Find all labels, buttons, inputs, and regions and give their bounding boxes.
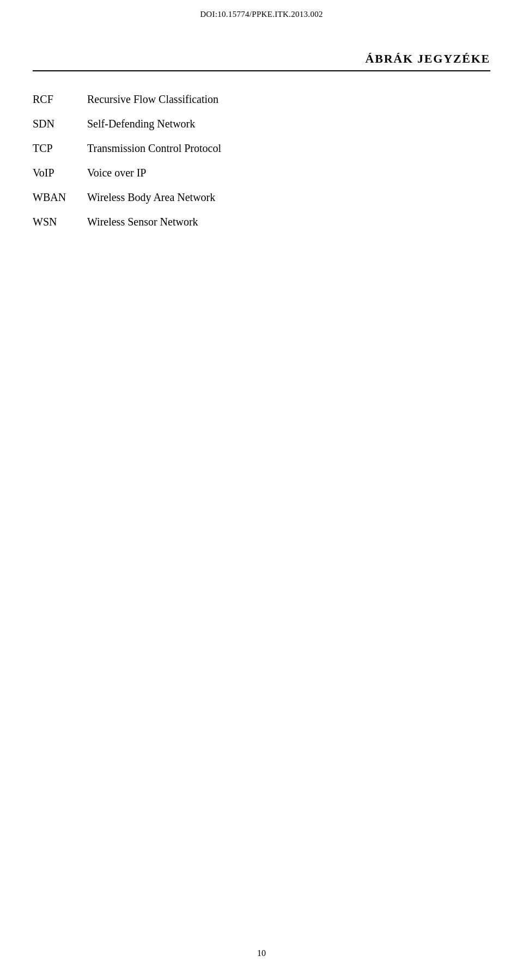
- abbr-definition: Recursive Flow Classification: [87, 93, 218, 106]
- abbr-definition: Wireless Body Area Network: [87, 191, 215, 204]
- abbreviation-row: TCPTransmission Control Protocol: [33, 142, 490, 155]
- section-title: ÁBRÁK JEGYZÉKE: [366, 52, 490, 66]
- abbreviation-row: RCFRecursive Flow Classification: [33, 93, 490, 106]
- abbr-definition: Transmission Control Protocol: [87, 142, 221, 155]
- abbr-code: VoIP: [33, 167, 76, 179]
- abbr-definition: Wireless Sensor Network: [87, 216, 198, 228]
- abbreviation-list: RCFRecursive Flow ClassificationSDNSelf-…: [33, 93, 490, 228]
- abbr-code: SDN: [33, 118, 76, 130]
- abbr-definition: Self-Defending Network: [87, 118, 195, 130]
- doi-header: DOI:10.15774/PPKE.ITK.2013.002: [0, 0, 523, 19]
- abbr-code: TCP: [33, 142, 76, 155]
- abbr-code: WSN: [33, 216, 76, 228]
- abbr-code: WBAN: [33, 191, 76, 204]
- section-title-row: ÁBRÁK JEGYZÉKE: [33, 52, 490, 71]
- doi-text: DOI:10.15774/PPKE.ITK.2013.002: [200, 10, 323, 19]
- abbreviation-row: SDNSelf-Defending Network: [33, 118, 490, 130]
- abbreviation-row: VoIPVoice over IP: [33, 167, 490, 179]
- abbr-definition: Voice over IP: [87, 167, 147, 179]
- abbreviation-row: WSNWireless Sensor Network: [33, 216, 490, 228]
- abbr-code: RCF: [33, 93, 76, 106]
- page-number: 10: [0, 948, 523, 958]
- abbreviation-row: WBANWireless Body Area Network: [33, 191, 490, 204]
